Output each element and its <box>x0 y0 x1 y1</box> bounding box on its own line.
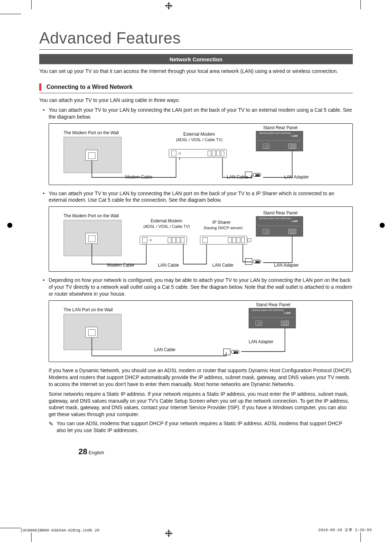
subheading: Connecting to a Wired Network <box>46 84 132 90</box>
page-title: Advanced Features <box>39 29 353 47</box>
subheading-rule <box>39 93 353 93</box>
list-item: You can attach your TV to your LAN by co… <box>39 107 353 120</box>
intro-text: You can set up your TV so that it can ac… <box>39 68 353 75</box>
cable-wires <box>49 207 352 271</box>
note-row: ✎ You can use ADSL modems that support D… <box>49 420 353 434</box>
label-lan-cable: LAN Cable <box>158 263 179 268</box>
subheading-row: Connecting to a Wired Network <box>39 83 353 91</box>
list-item: Depending on how your network is configu… <box>39 277 353 297</box>
manual-page: Advanced Features Network Connection You… <box>0 0 392 542</box>
label-modem-cable: Modem Cable <box>107 263 134 268</box>
crop-mark <box>0 14 21 14</box>
page-language: English <box>89 450 104 455</box>
registration-dot-icon <box>7 223 12 228</box>
title-rule <box>39 49 353 50</box>
label-lan-adapter: LAN Adapter <box>274 263 299 268</box>
crop-mark <box>0 528 21 528</box>
note-icon: ✎ <box>49 420 57 434</box>
registration-dot-icon <box>380 223 385 228</box>
diagram-ip-sharer: The Modem Port on the Wall External Mode… <box>49 206 353 272</box>
subheading-marker-icon <box>39 83 41 91</box>
label-lan-cable: LAN Cable <box>154 347 175 352</box>
crop-mark <box>360 0 361 9</box>
cable-wires <box>49 301 352 362</box>
crop-mark <box>31 0 32 9</box>
print-slug-left: [UC9000]BN68-03034A-02Eng.indb 28 <box>20 528 99 533</box>
label-lan-adapter: LAN Adapter <box>284 174 309 180</box>
section-heading-text: Network Connection <box>170 56 222 62</box>
lead-text: You can attach your TV to your LAN using… <box>39 97 353 104</box>
page-content: Advanced Features Network Connection You… <box>39 29 353 434</box>
note-text: You can use ADSL modems that support DHC… <box>57 420 353 434</box>
crop-mark <box>31 533 32 542</box>
paragraph: Some networks require a Static IP addres… <box>49 391 353 418</box>
print-slug-right: 2010-05-28 오후 2:28:55 <box>318 527 372 533</box>
label-lan-cable: LAN Cable <box>212 263 233 268</box>
registration-mark-icon <box>165 2 172 9</box>
section-heading-bar: Network Connection <box>39 54 353 64</box>
label-lan-cable: LAN Cable <box>227 174 248 180</box>
diagram-modem-direct: The Modem Port on the Wall External Mode… <box>49 123 353 185</box>
page-number: 28 <box>78 447 87 456</box>
registration-mark-icon <box>165 530 172 537</box>
bullet-list: You can attach your TV to your LAN by co… <box>39 107 353 120</box>
label-lan-adapter: LAN Adapter <box>249 339 273 344</box>
diagram-direct-wall: The LAN Port on the Wall Stand Rear Pane… <box>49 300 353 362</box>
paragraph: If you have a Dynamic Network, you shoul… <box>49 367 353 388</box>
bullet-list: Depending on how your network is configu… <box>39 277 353 297</box>
label-modem-cable: Modem Cable <box>125 174 152 180</box>
crop-mark <box>360 533 361 542</box>
bullet-list: You can attach your TV to your LAN by co… <box>39 190 353 204</box>
list-item: You can attach your TV to your LAN by co… <box>39 190 353 204</box>
page-footer: 28 English <box>78 447 104 456</box>
